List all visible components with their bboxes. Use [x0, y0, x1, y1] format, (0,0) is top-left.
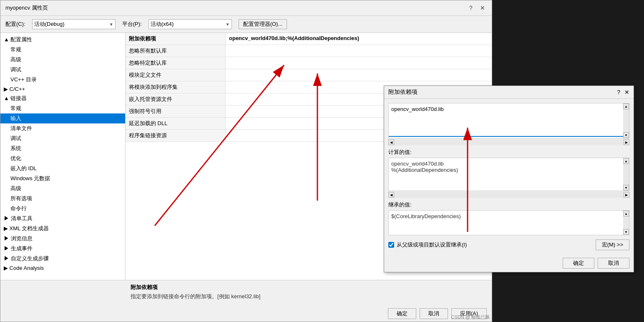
tree-item-manifest-tool[interactable]: ▶ 清单工具 [0, 214, 125, 224]
prop-name-1: 忽略所有默认库 [126, 45, 226, 57]
sub-dialog-title-right: ? ✕ [617, 89, 629, 96]
config-manager-button[interactable]: 配置管理器(O)... [239, 19, 287, 29]
config-bar: 配置(C): 活动(Debug) ▼ 平台(P): 活动(x64) ▼ 配置管理… [0, 16, 492, 33]
tree-item-winmeta[interactable]: Windows 元数据 [0, 174, 125, 184]
prop-name-2: 忽略特定默认库 [126, 57, 226, 69]
tree-item-custom-build[interactable]: ▶ 自定义生成步骤 [0, 254, 125, 264]
computed-scroll-left[interactable]: ◀ [388, 192, 394, 198]
csdn-watermark: CSDN @ 秘孤已飘 [451, 314, 490, 320]
description-title: 附加依赖项 [131, 284, 487, 291]
tree-item-input[interactable]: 输入 [0, 113, 125, 123]
tree-item-vc-dir[interactable]: VC++ 目录 [0, 75, 125, 85]
tree-item-linker[interactable]: ▲ 链接器 [0, 93, 125, 103]
tree-item-all-options[interactable]: 所有选项 [0, 194, 125, 204]
scroll-right-btn[interactable]: ▶ [624, 139, 629, 145]
tree-item-config-props[interactable]: ▲ 配置属性 [0, 35, 125, 45]
sub-cancel-button[interactable]: 取消 [598, 258, 629, 269]
sub-dialog-content: opencv_world470d.lib ▲ ▼ ◀ ▶ 计算的值: openc… [384, 99, 634, 254]
tree-item-manifest[interactable]: 清单文件 [0, 123, 125, 133]
tree-item-xml-gen[interactable]: ▶ XML 文档生成器 [0, 224, 125, 234]
platform-select[interactable]: 活动(x64) ▼ [148, 19, 232, 29]
prop-value-0[interactable]: opencv_world470d.lib;%(AdditionalDepende… [226, 33, 492, 45]
scroll-left-btn[interactable]: ◀ [388, 139, 394, 145]
prop-name-4: 将模块添加到程序集 [126, 81, 226, 93]
tree-item-linker-advanced[interactable]: 高级 [0, 184, 125, 194]
config-select[interactable]: 活动(Debug) ▼ [32, 19, 116, 29]
inherited-v-scrollbar[interactable]: ▲ ▼ [623, 211, 629, 235]
sub-dialog: 附加依赖项 ? ✕ opencv_world470d.lib ▲ ▼ ◀ ▶ 计… [384, 86, 634, 272]
computed-label: 计算的值: [388, 148, 629, 156]
computed-value-text: opencv_world470d.lib %(AdditionalDepende… [389, 158, 629, 176]
platform-label: 平台(P): [122, 20, 142, 28]
sub-ok-button[interactable]: 确定 [563, 258, 594, 269]
h-scrollbar-top[interactable]: ◀ ▶ [388, 139, 629, 145]
computed-v-scrollbar[interactable]: ▲ ▼ [623, 158, 629, 191]
tree-item-linker-general[interactable]: 常规 [0, 103, 125, 113]
prop-name-6: 强制符号引用 [126, 106, 226, 117]
close-button[interactable]: ✕ [478, 4, 487, 12]
sub-dialog-bottom: 确定 取消 [384, 254, 634, 272]
inherit-checkbox[interactable] [388, 242, 394, 248]
tree-item-browse-info[interactable]: ▶ 浏览信息 [0, 234, 125, 244]
prop-value-3[interactable] [226, 69, 492, 81]
v-scrollbar[interactable]: ▲ ▼ [623, 103, 629, 138]
prop-name-3: 模块定义文件 [126, 69, 226, 81]
tree-item-optimize[interactable]: 优化 [0, 153, 125, 164]
prop-name-8: 程序集链接资源 [126, 130, 226, 141]
prop-row-0: 附加依赖项 opencv_world470d.lib;%(AdditionalD… [126, 33, 492, 45]
sub-dialog-title: 附加依赖项 [388, 88, 418, 96]
inherit-checkbox-label: 从父级或项目默认设置继承(I) [397, 241, 467, 249]
help-button[interactable]: ? [467, 4, 475, 12]
tree-item-build-events[interactable]: ▶ 生成事件 [0, 244, 125, 254]
prop-row-3: 模块定义文件 [126, 69, 492, 81]
checkbox-row: 从父级或项目默认设置继承(I) 宏(M) >> [388, 239, 629, 250]
tree-item-linker-debug[interactable]: 调试 [0, 133, 125, 143]
computed-scroll-up[interactable]: ▲ [623, 158, 629, 164]
description-text: 指定要添加到链接命令行的附加项。[例如 kernel32.lib] [131, 293, 487, 300]
description-area: 附加依赖项 指定要添加到链接命令行的附加项。[例如 kernel32.lib] [0, 280, 492, 306]
tree-item-cmdline[interactable]: 命令行 [0, 204, 125, 214]
computed-scroll-right[interactable]: ▶ [624, 192, 629, 198]
macro-button[interactable]: 宏(M) >> [596, 239, 629, 250]
h-scrollbar-computed[interactable]: ◀ ▶ [388, 192, 629, 198]
tree-item-code-analysis[interactable]: ▶ Code Analysis [0, 264, 125, 272]
sub-dialog-titlebar: 附加依赖项 ? ✕ [384, 86, 634, 99]
tree-item-advanced[interactable]: 高级 [0, 55, 125, 65]
inherited-scroll-up[interactable]: ▲ [623, 211, 629, 216]
dependency-input[interactable]: opencv_world470d.lib [389, 103, 629, 137]
black-area [492, 0, 644, 83]
bottom-area: 附加依赖项 指定要添加到链接命令行的附加项。[例如 kernel32.lib] … [0, 280, 492, 322]
prop-value-1[interactable] [226, 45, 492, 57]
ok-button[interactable]: 确定 [388, 308, 416, 319]
tree-item-system[interactable]: 系统 [0, 143, 125, 153]
scroll-up-btn[interactable]: ▲ [623, 103, 629, 109]
sub-dialog-close-btn[interactable]: ✕ [624, 89, 629, 96]
prop-name-5: 嵌入托管资源文件 [126, 93, 226, 105]
prop-name-0: 附加依赖项 [126, 33, 226, 45]
config-select-arrow: ▼ [109, 22, 113, 27]
window-title: myopencv 属性页 [5, 4, 48, 12]
inherited-value-container: $(CoreLibraryDependencies) ▲ ▼ [388, 210, 629, 235]
prop-row-1: 忽略所有默认库 [126, 45, 492, 57]
tree-item-debug[interactable]: 调试 [0, 65, 125, 75]
config-label: 配置(C): [5, 20, 25, 28]
tree-item-idl[interactable]: 嵌入的 IDL [0, 164, 125, 174]
prop-value-2[interactable] [226, 57, 492, 69]
tree-item-general[interactable]: 常规 [0, 45, 125, 55]
computed-value-container: opencv_world470d.lib %(AdditionalDepende… [388, 158, 629, 191]
tree-item-cpp[interactable]: ▶ C/C++ [0, 85, 125, 93]
cancel-button[interactable]: 取消 [420, 308, 448, 319]
scroll-down-btn[interactable]: ▼ [623, 132, 629, 138]
input-container: opencv_world470d.lib ▲ ▼ [388, 103, 629, 138]
platform-select-arrow: ▼ [226, 22, 230, 27]
prop-name-7: 延迟加载的 DLL [126, 118, 226, 129]
tree-panel: ▲ 配置属性 常规 高级 调试 VC++ 目录 ▶ C/C++ ▲ 链接器 常规… [0, 33, 126, 312]
title-bar-buttons: ? ✕ [467, 4, 487, 12]
scrollbar-track[interactable] [394, 140, 624, 144]
title-bar: myopencv 属性页 ? ✕ [0, 0, 492, 16]
computed-scroll-down[interactable]: ▼ [623, 185, 629, 191]
prop-row-2: 忽略特定默认库 [126, 57, 492, 69]
sub-dialog-help-btn[interactable]: ? [617, 89, 620, 96]
inherited-scroll-down[interactable]: ▼ [623, 229, 629, 235]
bottom-buttons: 确定 取消 应用(A) [0, 306, 492, 322]
